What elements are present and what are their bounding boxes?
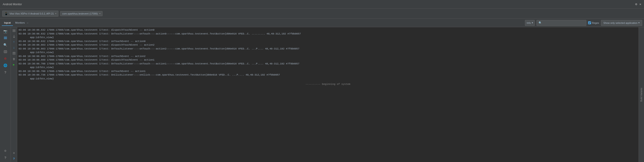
sidebar-no-icon[interactable]: ⊘ — [1, 55, 10, 62]
sidebar-question-icon[interactable]: ? — [1, 69, 10, 75]
search-container: 🔍 — [536, 20, 586, 26]
clear-logcat-icon[interactable] — [12, 28, 16, 33]
device-selector[interactable]: 📱 Vivo Vivo X5Pro V Android 5.0.2, API 2… — [2, 11, 58, 17]
log-line: 03-06 10:30:06.632 17006-17006/com.spark… — [18, 32, 637, 36]
regex-label: Regex — [592, 22, 599, 24]
sidebar-search-icon[interactable]: 🔍 — [1, 42, 10, 48]
log-line: 03-06 10:30:06.663 17006-17006/com.spark… — [18, 43, 637, 47]
log-content[interactable]: 03-06 10:30:06.632 17006-17006/com.spark… — [17, 27, 638, 162]
sidebar-globe-icon[interactable]: 🌐 — [1, 62, 10, 68]
sidebar-help-icon[interactable]: ? — [1, 154, 10, 161]
left-sidebar: 📷 🔍 ⊘ 🌐 ? ⚙ ? — [0, 27, 11, 162]
logcat-tab[interactable]: logcat — [2, 20, 13, 26]
log-line: 03-06 10:30:06.700 17006-17006/com.spark… — [18, 62, 637, 66]
regex-checkbox-container[interactable]: Regex — [588, 21, 599, 24]
log-level-arrow: ▾ — [532, 21, 533, 24]
build-variants-label[interactable]: Build Variants — [640, 87, 643, 103]
toolbar-right: Info ▾ 🔍 Regex Show only selected applic… — [525, 20, 642, 26]
logcat-toolbar: logcat Monitors → Info ▾ 🔍 Regex Show on… — [0, 19, 644, 27]
show-only-label: Show only selected application — [604, 22, 638, 24]
log-line: 03-06 10:30:06.699 17006-17006/com.spark… — [18, 58, 637, 62]
title-bar: Android Monitor ⚙ ✕ — [0, 0, 644, 9]
svg-rect-6 — [13, 53, 15, 53]
main-layout: 📷 🔍 ⊘ 🌐 ? ⚙ ? — [0, 27, 644, 162]
device-label: Vivo Vivo X5Pro V Android 5.0.2, API 21 — [10, 12, 54, 15]
log-line: ---------- beginning of system — [18, 80, 637, 88]
sidebar-camera-icon[interactable]: 📷 — [1, 28, 10, 35]
svg-point-4 — [5, 51, 6, 52]
down-arrow-icon[interactable]: ↓ — [12, 45, 16, 50]
log-help-icon[interactable]: ? — [12, 156, 16, 161]
phone-icon: 📱 — [4, 12, 8, 16]
sidebar-screenshot-icon[interactable] — [1, 49, 10, 55]
scroll-end-icon[interactable] — [12, 34, 16, 39]
svg-rect-3 — [4, 51, 7, 53]
close-title-btn[interactable]: ✕ — [640, 2, 641, 6]
log-level-dropdown[interactable]: Info ▾ — [525, 20, 534, 26]
log-line: 03-06 10:30:06.663 17006-17006/com.spark… — [18, 47, 637, 51]
title-bar-controls: ⚙ ✕ — [635, 2, 641, 6]
android-log-icon[interactable]: ▶ — [12, 62, 16, 67]
sidebar-logcat-icon[interactable] — [1, 35, 10, 41]
search-input[interactable] — [543, 22, 584, 24]
log-line: 03-06 10:30:06.632 17006-17006/com.spark… — [18, 28, 637, 32]
log-line: 03-06 10:30:06.632 17006-17006/com.spark… — [18, 39, 637, 43]
app-dropdown-arrow: ▾ — [99, 12, 100, 15]
show-only-button[interactable]: Show only selected application ▾ — [601, 20, 642, 26]
show-only-arrow: ▾ — [638, 21, 640, 24]
log-line: 03-06 10:30:06.736 17006-17006/com.spark… — [18, 73, 637, 77]
log-area-wrapper: ↑ ↓ 🗑 ▶ ⚙ ? 03-06 10:30:06.632 17006-170… — [11, 27, 638, 162]
log-line: app:id/btn_view} — [18, 36, 637, 39]
regex-checkbox[interactable] — [588, 21, 591, 24]
sidebar-settings-icon[interactable]: ⚙ — [1, 147, 10, 154]
log-line: app:id/btn_view} — [18, 65, 637, 69]
log-view-icon[interactable] — [12, 51, 16, 56]
monitors-arrow: → — [26, 22, 29, 24]
log-settings-icon[interactable]: ⚙ — [12, 150, 16, 155]
search-icon: 🔍 — [538, 21, 542, 25]
app-selector[interactable]: com.sparkhuu.testevent (17006) ▾ — [60, 11, 102, 16]
svg-rect-7 — [13, 53, 15, 54]
up-arrow-icon[interactable]: ↑ — [12, 39, 16, 44]
device-bar: 📱 Vivo Vivo X5Pro V Android 5.0.2, API 2… — [0, 9, 644, 19]
log-icon-column: ↑ ↓ 🗑 ▶ ⚙ ? — [11, 27, 17, 162]
log-line: app:id/btn_view} — [18, 77, 637, 81]
log-line: 03-06 10:30:06.663 17006-17006/com.spark… — [18, 54, 637, 58]
app-title: Android Monitor — [3, 3, 22, 6]
right-sidebar: Build Variants — [638, 27, 644, 162]
svg-rect-0 — [4, 37, 7, 37]
log-line: app:id/btn_view} — [18, 51, 637, 54]
svg-rect-2 — [4, 39, 7, 39]
settings-title-btn[interactable]: ⚙ — [635, 2, 637, 6]
delete-log-icon[interactable]: 🗑 — [12, 56, 16, 61]
app-label: com.sparkhuu.testevent (17006) — [62, 12, 98, 15]
monitors-tab[interactable]: Monitors → — [13, 20, 31, 26]
svg-rect-1 — [4, 38, 7, 38]
log-level-label: Info — [526, 22, 531, 24]
device-dropdown-arrow: ▾ — [55, 12, 56, 15]
log-line: 03-06 10:30:06.700 17006-17006/com.spark… — [18, 69, 637, 73]
